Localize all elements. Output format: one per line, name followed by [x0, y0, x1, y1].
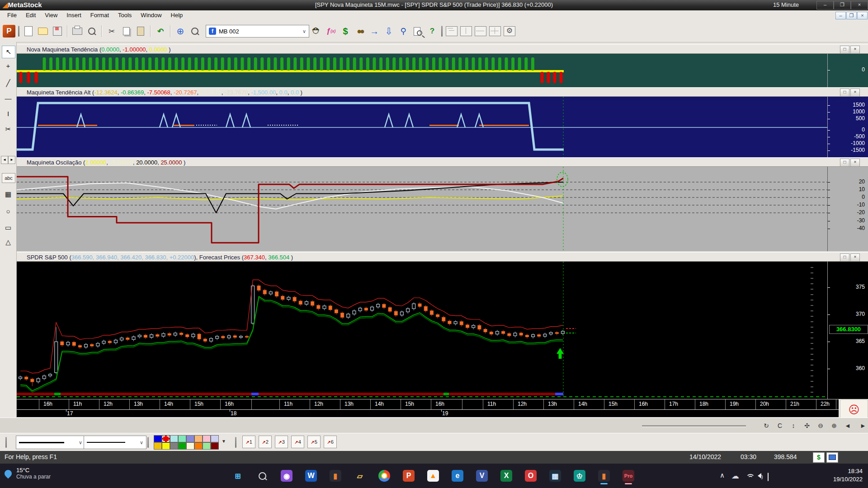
- chess-app[interactable]: ♔: [571, 467, 589, 485]
- triangle-tool[interactable]: △: [2, 236, 14, 248]
- powerpro-logo[interactable]: P: [3, 25, 15, 38]
- metastock-running-app[interactable]: ▮: [595, 467, 613, 485]
- edge-browser[interactable]: e: [448, 467, 467, 485]
- color-swatch[interactable]: [194, 435, 203, 442]
- menu-tools[interactable]: Tools: [113, 10, 136, 20]
- zoom-select-button[interactable]: [189, 25, 201, 38]
- weather-widget[interactable]: 15°C Chuva a parar: [5, 467, 51, 480]
- color-swatch[interactable]: [178, 442, 186, 450]
- battery-icon[interactable]: [768, 473, 769, 481]
- chart-template-button-3[interactable]: ↗3: [275, 436, 288, 448]
- child-minimize-button[interactable]: –: [835, 12, 846, 19]
- delete-tool[interactable]: ✂: [2, 123, 14, 135]
- indicator-builder-button[interactable]: ƒ(x): [325, 25, 337, 38]
- explorer-button[interactable]: ⛑: [310, 25, 323, 38]
- menu-help[interactable]: Help: [166, 10, 188, 20]
- color-swatch[interactable]: [186, 442, 194, 450]
- tile-vertical-button[interactable]: [460, 26, 472, 36]
- undo-button[interactable]: ↶: [154, 25, 167, 38]
- horizontal-scrollbar[interactable]: [642, 425, 746, 427]
- color-swatch[interactable]: [154, 435, 162, 442]
- tile-grid-button[interactable]: [489, 26, 501, 36]
- pan-button[interactable]: ✣: [801, 420, 813, 431]
- workspace-options-button[interactable]: ⚙: [504, 26, 515, 36]
- clipchamp-app[interactable]: ◉: [278, 467, 296, 485]
- tile-horizontal-button[interactable]: [475, 26, 486, 36]
- color-swatch[interactable]: [194, 442, 203, 450]
- restore-button[interactable]: ❐: [834, 1, 851, 9]
- menu-format[interactable]: Format: [86, 10, 113, 20]
- chart-template-button-1[interactable]: ↗1: [242, 436, 255, 448]
- close-button[interactable]: ×: [851, 1, 868, 9]
- scroll-left-button[interactable]: ◄: [842, 420, 854, 431]
- color-swatch[interactable]: [211, 435, 219, 442]
- minimize-button[interactable]: –: [816, 1, 834, 9]
- chart-template-button-5[interactable]: ↗5: [307, 436, 321, 448]
- opera-browser[interactable]: O: [522, 467, 540, 485]
- scan-button[interactable]: ●●: [354, 25, 366, 38]
- panel-close-button[interactable]: ×: [850, 253, 860, 262]
- horizontal-line-tool[interactable]: —: [2, 93, 14, 104]
- menu-file[interactable]: File: [3, 10, 21, 20]
- menu-edit[interactable]: Edit: [21, 10, 40, 20]
- expert-combo[interactable]: f MB 002 ∨: [206, 25, 309, 38]
- color-swatch[interactable]: [203, 442, 211, 450]
- crosshair-button[interactable]: ⊕: [174, 25, 187, 38]
- palette-dropdown-arrow[interactable]: ▼: [222, 439, 226, 444]
- child-restore-button[interactable]: ❐: [846, 12, 857, 19]
- text-cursor-tool[interactable]: I: [2, 108, 14, 120]
- context-help-button[interactable]: ?: [426, 25, 439, 38]
- scroll-next-button[interactable]: ►: [8, 156, 15, 164]
- menu-view[interactable]: View: [40, 10, 62, 20]
- cut-button[interactable]: ✂: [105, 25, 118, 38]
- scroll-prev-button[interactable]: ◄: [1, 156, 8, 164]
- zoom-out-button[interactable]: ⊖: [815, 420, 826, 431]
- rectangle-tool[interactable]: ▭: [2, 222, 14, 234]
- scroll-right-button[interactable]: ►: [857, 420, 868, 431]
- child-close-button[interactable]: ×: [857, 12, 868, 19]
- color-swatch[interactable]: [170, 442, 178, 450]
- color-swatch[interactable]: [170, 435, 178, 442]
- copy-button[interactable]: [120, 25, 132, 38]
- volume-icon[interactable]: ): [758, 472, 763, 480]
- powerpoint-app[interactable]: P: [400, 467, 418, 485]
- color-swatch[interactable]: [162, 435, 170, 442]
- calculator-app[interactable]: ▦: [546, 467, 564, 485]
- panel-restore-button[interactable]: □: [840, 253, 849, 262]
- line-style-dropdown[interactable]: ∨: [16, 436, 85, 449]
- panel-close-button[interactable]: ×: [850, 89, 860, 97]
- metastock-pinned-app[interactable]: ▮: [326, 467, 344, 485]
- pointer-tool[interactable]: ↖: [2, 46, 15, 58]
- cascade-windows-button[interactable]: [446, 26, 458, 36]
- word-app[interactable]: W: [302, 467, 320, 485]
- crosshair-tool[interactable]: +: [2, 60, 14, 72]
- c-button[interactable]: C: [774, 420, 786, 431]
- monitor-status-icon[interactable]: [826, 452, 838, 463]
- trendline-tool[interactable]: ╱: [2, 77, 14, 89]
- dollar-status-icon[interactable]: $: [813, 452, 825, 463]
- menu-window[interactable]: Window: [136, 10, 166, 20]
- tray-chevron-icon[interactable]: ∧: [720, 471, 725, 479]
- chart-template-button-2[interactable]: ↗2: [259, 436, 272, 448]
- panel-restore-button[interactable]: □: [840, 46, 849, 54]
- save-button[interactable]: [51, 25, 64, 38]
- microscope-button[interactable]: ⚲: [397, 25, 410, 38]
- panel-close-button[interactable]: ×: [850, 159, 860, 167]
- color-swatch[interactable]: [203, 435, 211, 442]
- color-swatch[interactable]: [211, 442, 219, 450]
- panel-plot-nova-maquineta-tendencia[interactable]: 0: [17, 54, 868, 87]
- open-button[interactable]: [37, 25, 49, 38]
- report-button[interactable]: [411, 25, 424, 38]
- panel-restore-button[interactable]: □: [840, 159, 849, 167]
- vertical-scale-button[interactable]: ↕: [788, 420, 799, 431]
- time-axis[interactable]: 16h11h12h13h14h15h16h11h12h13h14h15h16h1…: [17, 399, 839, 418]
- panel-plot-maquineta-tendencia-alt[interactable]: 150010005000-500-1000-1500: [17, 97, 868, 157]
- search-button[interactable]: [253, 467, 271, 485]
- color-swatch[interactable]: [186, 435, 194, 442]
- taskbar-clock[interactable]: 18:34 19/10/2022: [833, 467, 863, 483]
- system-tester-button[interactable]: $: [339, 25, 352, 38]
- chart-template-button-4[interactable]: ↗4: [291, 436, 304, 448]
- color-swatch[interactable]: [162, 442, 170, 450]
- text-tool[interactable]: abc: [2, 173, 15, 183]
- chrome-browser[interactable]: [375, 467, 393, 485]
